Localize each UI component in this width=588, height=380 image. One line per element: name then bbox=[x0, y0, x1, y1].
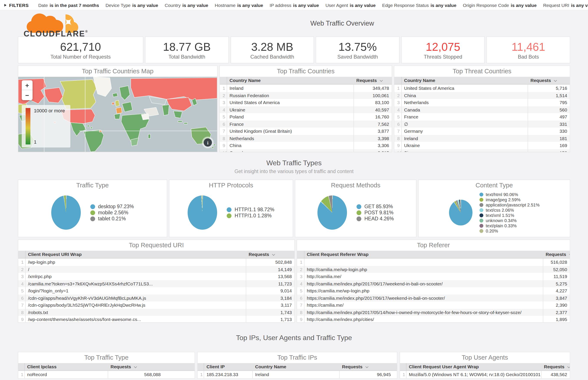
table-row[interactable]: 5Poland16,760 bbox=[220, 113, 392, 120]
filters-toggle[interactable]: FILTERS bbox=[4, 2, 29, 8]
table-row[interactable]: 4http://camilia.me/index.php/2017/06/17/… bbox=[297, 280, 570, 287]
zoom-out-button[interactable]: − bbox=[22, 90, 33, 100]
table-row[interactable]: 5https://camilia.me/wp-login.php4,227 bbox=[297, 287, 570, 294]
column-header[interactable]: Country Name bbox=[401, 77, 528, 84]
table-row[interactable]: 3http://camilia.me/11,519 bbox=[297, 273, 570, 280]
table-row[interactable]: 10Singapore150 bbox=[394, 149, 570, 152]
legend-item[interactable]: tablet 0.21% bbox=[90, 216, 134, 221]
table-row[interactable]: 3Netherlands795 bbox=[394, 99, 570, 106]
legend-item[interactable]: 0.20% bbox=[479, 228, 540, 233]
legend-item[interactable]: POST 9.81% bbox=[357, 210, 394, 215]
legend-item[interactable]: HTTP/1.0 1.28% bbox=[227, 213, 274, 218]
table-row[interactable]: 9Ukraine169 bbox=[394, 142, 570, 149]
table-row[interactable]: 5/login/?login_only=19,014 bbox=[18, 287, 294, 294]
table-row[interactable]: 6https://camilia.me/index.php/2017/06/17… bbox=[297, 294, 570, 302]
table-row[interactable]: 2Russian Federation100,061 bbox=[220, 92, 392, 99]
column-header[interactable]: Client Ipclass bbox=[24, 363, 108, 371]
traffic-type-legend: desktop 97.23%mobile 2.56%tablet 0.21% bbox=[90, 203, 134, 222]
column-header[interactable]: Client IP bbox=[204, 363, 252, 371]
sort-chevron-icon[interactable] bbox=[567, 365, 570, 368]
column-header[interactable]: Requests bbox=[528, 77, 570, 84]
table-row[interactable]: 2/14,149 bbox=[18, 266, 294, 273]
traffic-type-pie-chart[interactable] bbox=[51, 195, 81, 230]
table-row[interactable]: 6∅331 bbox=[394, 120, 570, 128]
table-row[interactable]: 9http://camilia.me/index.php/cities/1,89… bbox=[297, 316, 570, 323]
table-row[interactable]: 8http://camilia.me/index.php/2017/05/14/… bbox=[297, 309, 570, 316]
table-row[interactable]: 1185.234.218.33Ireland96,945 bbox=[198, 371, 397, 378]
column-header[interactable]: Country Name bbox=[227, 77, 353, 84]
column-header[interactable]: Requests bbox=[543, 251, 570, 258]
filter-chip[interactable]: Origin Response Codeis any value bbox=[463, 2, 537, 8]
column-header[interactable]: Requests bbox=[353, 77, 392, 84]
sort-chevron-icon[interactable] bbox=[569, 253, 570, 256]
table-row[interactable]: 1516,028 bbox=[297, 258, 570, 266]
column-header[interactable]: Requests bbox=[541, 363, 570, 371]
legend-item[interactable]: application/javascript 2.51% bbox=[479, 202, 540, 207]
sort-chevron-icon[interactable] bbox=[272, 253, 275, 256]
column-header[interactable]: Requests bbox=[339, 363, 397, 371]
table-row[interactable]: 1United States of America5,716 bbox=[394, 84, 570, 92]
table-row[interactable]: 8Netherlands3,398 bbox=[220, 135, 392, 142]
table-row[interactable]: 10Canada3,215 bbox=[220, 149, 392, 152]
table-row[interactable]: 1Mozilla/5.0 (Windows NT 6.1; WOW64; rv:… bbox=[400, 371, 570, 378]
column-header[interactable]: Requests bbox=[246, 251, 294, 258]
table-row[interactable]: 7Germany330 bbox=[394, 128, 570, 135]
table-row[interactable]: 8/robots.txt1,743 bbox=[18, 309, 294, 316]
request-methods-pie-chart[interactable] bbox=[317, 195, 347, 230]
column-header[interactable]: Client Request Referer Wrap bbox=[304, 251, 543, 258]
legend-item[interactable]: text/plain 0.33% bbox=[479, 223, 540, 228]
table-row[interactable]: 3/xmlrpc.php13,568 bbox=[18, 273, 294, 280]
legend-item[interactable]: GET 85.93% bbox=[357, 204, 394, 209]
table-row[interactable]: 4Canada560 bbox=[394, 106, 570, 113]
legend-item[interactable]: text/html 90.06% bbox=[479, 192, 540, 197]
filter-chip[interactable]: Countryis any value bbox=[164, 2, 208, 8]
legend-item[interactable]: mobile 2.56% bbox=[90, 210, 134, 215]
zoom-in-button[interactable]: + bbox=[22, 80, 33, 90]
filter-chip[interactable]: User Agentis any value bbox=[325, 2, 376, 8]
world-map[interactable]: + − 10000 or more 1 i bbox=[18, 77, 217, 152]
filter-chip[interactable]: Edge Response Statusis any value bbox=[382, 2, 456, 8]
table-row[interactable]: 5France497 bbox=[394, 113, 570, 120]
table-row[interactable]: 9/wp-content/themes/ashe/assets/css/font… bbox=[18, 316, 294, 323]
filter-chip[interactable]: Hostnameis any value bbox=[215, 2, 263, 8]
sort-chevron-icon[interactable] bbox=[554, 79, 557, 82]
table-row[interactable]: 7https://camilia.me/2,390 bbox=[297, 302, 570, 309]
table-row[interactable]: 2http://camilia.me/wp-login.php52,050 bbox=[297, 266, 570, 273]
table-row[interactable]: 1/wp-login.php502,848 bbox=[18, 258, 294, 266]
filter-chip[interactable]: Device Typeis any value bbox=[105, 2, 158, 8]
legend-item[interactable]: unknown 0.34% bbox=[479, 218, 540, 223]
legend-item[interactable]: text/xml 1.51% bbox=[479, 213, 540, 218]
column-header[interactable]: Country Name bbox=[252, 363, 339, 371]
column-header[interactable]: Requests bbox=[108, 363, 195, 371]
table-row[interactable]: 2China1,514 bbox=[394, 92, 570, 99]
legend-item[interactable]: desktop 97.23% bbox=[90, 204, 134, 209]
table-row[interactable]: 3United States of America83,100 bbox=[220, 99, 392, 106]
legend-item[interactable]: image/jpeg 2.59% bbox=[479, 197, 540, 202]
table-row[interactable]: 6France7,562 bbox=[220, 120, 392, 128]
legend-label: HEAD 4.26% bbox=[364, 216, 394, 221]
sort-chevron-icon[interactable] bbox=[380, 79, 383, 82]
table-row[interactable]: 9China3,306 bbox=[220, 142, 392, 149]
table-row[interactable]: 6/cdn-cgi/apps/head/xVgyKhR-vV3dAUGhMqfB… bbox=[18, 294, 294, 302]
sort-chevron-icon[interactable] bbox=[365, 365, 368, 368]
filter-chip[interactable]: Dateis in the past 7 months bbox=[38, 2, 99, 8]
table-row[interactable]: 8Ireland181 bbox=[394, 135, 570, 142]
table-row[interactable]: 1noRecord568,088 bbox=[18, 371, 195, 378]
table-row[interactable]: 7/cdn-cgi/apps/body/3Lh52SjWTQ4HRlErJykH… bbox=[18, 302, 294, 309]
content-type-pie-chart[interactable] bbox=[449, 200, 472, 226]
filter-chip[interactable]: Request URIis any value bbox=[543, 2, 588, 8]
http-protocols-pie-chart[interactable] bbox=[188, 195, 217, 230]
legend-item[interactable]: text/css 2.06% bbox=[479, 208, 540, 212]
filter-chip[interactable]: IP addressis any value bbox=[270, 2, 319, 8]
legend-item[interactable]: HTTP/1.1 98.72% bbox=[227, 207, 274, 212]
legend-item[interactable]: HEAD 4.26% bbox=[357, 216, 394, 221]
table-row[interactable]: 4Ukraine40,597 bbox=[220, 106, 392, 113]
map-info-button[interactable]: i bbox=[202, 137, 214, 148]
table-row[interactable]: 7United Kingdom (Great Britain)3,877 bbox=[220, 128, 392, 135]
table-row[interactable]: 4/camilia.me?token=s3+7k6XQvKwzp5/4XSs4r… bbox=[18, 280, 294, 287]
column-header[interactable]: Client Request User Agent Wrap bbox=[406, 363, 541, 371]
sort-chevron-icon[interactable] bbox=[134, 365, 137, 368]
column-header[interactable]: Client Request URI Wrap bbox=[25, 251, 246, 258]
table-row[interactable]: 1Ireland349,478 bbox=[220, 84, 392, 92]
panel-title: Traffic Type bbox=[18, 180, 167, 191]
